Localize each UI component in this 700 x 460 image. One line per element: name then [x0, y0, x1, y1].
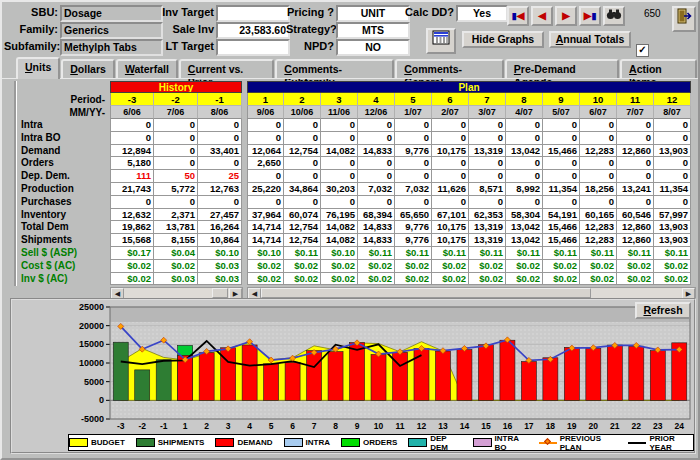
cell-sell-asp-p11[interactable]: $0.11 — [617, 247, 654, 260]
cell-intra-bo-p6[interactable]: 0 — [432, 132, 469, 145]
cell-inventory-p3[interactable]: 76,195 — [321, 209, 358, 222]
refresh-button[interactable]: Refresh — [635, 302, 691, 319]
cell-orders-p8[interactable]: 0 — [506, 157, 543, 170]
cell-demand-p5[interactable]: 9,776 — [395, 145, 432, 158]
cell-shipments-h2[interactable]: 8,155 — [154, 234, 198, 247]
cell-cost-ac-p4[interactable]: $0.02 — [358, 260, 395, 273]
cell-shipments-p9[interactable]: 15,466 — [543, 234, 580, 247]
cell-demand-p12[interactable]: 13,903 — [654, 145, 691, 158]
cell-production-h1[interactable]: 21,743 — [110, 183, 154, 196]
cell-total-dem-p8[interactable]: 13,042 — [506, 221, 543, 234]
cell-demand-p4[interactable]: 14,833 — [358, 145, 395, 158]
cell-demand-h3[interactable]: 33,401 — [198, 145, 242, 158]
tab-waterfall[interactable]: Waterfall — [116, 59, 178, 79]
cell-intra-p2[interactable]: 0 — [284, 119, 321, 132]
cell-purchases-p3[interactable]: 0 — [321, 196, 358, 209]
cell-inv-ac-p9[interactable]: $0.02 — [543, 273, 580, 286]
cell-sell-asp-p1[interactable]: $0.10 — [247, 247, 284, 260]
cell-orders-p11[interactable]: 0 — [617, 157, 654, 170]
cell-orders-p2[interactable]: 0 — [284, 157, 321, 170]
cell-shipments-p4[interactable]: 14,833 — [358, 234, 395, 247]
cell-dep-dem-p10[interactable]: 0 — [580, 170, 617, 183]
cell-shipments-p12[interactable]: 13,903 — [654, 234, 691, 247]
cell-total-dem-h3[interactable]: 16,264 — [198, 221, 242, 234]
autorecalc-checkbox[interactable]: ✓ — [636, 44, 649, 57]
cell-inventory-p10[interactable]: 60,165 — [580, 209, 617, 222]
cell-demand-p3[interactable]: 14,082 — [321, 145, 358, 158]
cell-purchases-p4[interactable]: 0 — [358, 196, 395, 209]
cell-cost-ac-h3[interactable]: $0.03 — [198, 260, 242, 273]
cell-intra-p9[interactable]: 0 — [543, 119, 580, 132]
cell-purchases-p2[interactable]: 0 — [284, 196, 321, 209]
cell-shipments-p8[interactable]: 13,042 — [506, 234, 543, 247]
cell-cost-ac-h1[interactable]: $0.02 — [110, 260, 154, 273]
cell-sell-asp-p6[interactable]: $0.11 — [432, 247, 469, 260]
cell-inventory-p2[interactable]: 60,074 — [284, 209, 321, 222]
cell-production-p2[interactable]: 34,864 — [284, 183, 321, 196]
cell-total-dem-p5[interactable]: 9,776 — [395, 221, 432, 234]
cell-cost-ac-p10[interactable]: $0.02 — [580, 260, 617, 273]
cell-cost-ac-p3[interactable]: $0.02 — [321, 260, 358, 273]
cell-demand-h1[interactable]: 12,894 — [110, 145, 154, 158]
cell-intra-bo-h3[interactable]: 0 — [198, 132, 242, 145]
tab-current-vs-prior[interactable]: Current vs. Prior — [179, 59, 274, 79]
cell-inv-ac-p7[interactable]: $0.02 — [469, 273, 506, 286]
cell-cost-ac-p1[interactable]: $0.02 — [247, 260, 284, 273]
scrollbar-track[interactable] — [261, 288, 682, 298]
cell-inventory-p7[interactable]: 62,353 — [469, 209, 506, 222]
cell-production-h3[interactable]: 12,763 — [198, 183, 242, 196]
cell-inv-ac-p5[interactable]: $0.02 — [395, 273, 432, 286]
cell-orders-h1[interactable]: 5,180 — [110, 157, 154, 170]
cell-intra-p10[interactable]: 0 — [580, 119, 617, 132]
cell-inventory-p11[interactable]: 60,546 — [617, 209, 654, 222]
cell-total-dem-h2[interactable]: 13,781 — [154, 221, 198, 234]
cell-cost-ac-p8[interactable]: $0.02 — [506, 260, 543, 273]
cell-purchases-p5[interactable]: 0 — [395, 196, 432, 209]
cell-production-p7[interactable]: 8,571 — [469, 183, 506, 196]
cell-sell-asp-p8[interactable]: $0.11 — [506, 247, 543, 260]
cell-purchases-h3[interactable]: 0 — [198, 196, 242, 209]
cell-inv-ac-p6[interactable]: $0.02 — [432, 273, 469, 286]
cell-total-dem-p6[interactable]: 10,175 — [432, 221, 469, 234]
cell-purchases-p10[interactable]: 0 — [580, 196, 617, 209]
subfamily-field[interactable]: Methylph Tabs — [60, 39, 163, 56]
npd-field[interactable]: NO — [336, 39, 410, 56]
cell-demand-p8[interactable]: 13,042 — [506, 145, 543, 158]
cell-orders-p3[interactable]: 0 — [321, 157, 358, 170]
cell-total-dem-p1[interactable]: 14,714 — [247, 221, 284, 234]
cell-intra-p3[interactable]: 0 — [321, 119, 358, 132]
cell-production-p11[interactable]: 13,241 — [617, 183, 654, 196]
cell-sell-asp-p7[interactable]: $0.11 — [469, 247, 506, 260]
cell-intra-p11[interactable]: 0 — [617, 119, 654, 132]
cell-inv-ac-h3[interactable]: $0.03 — [198, 273, 242, 286]
cell-production-p10[interactable]: 18,256 — [580, 183, 617, 196]
cell-orders-p6[interactable]: 0 — [432, 157, 469, 170]
cell-orders-h2[interactable]: 0 — [154, 157, 198, 170]
cell-inv-ac-p3[interactable]: $0.02 — [321, 273, 358, 286]
scrollbar-thumb[interactable] — [212, 288, 228, 298]
tab-action-items[interactable]: Action Items — [620, 59, 697, 79]
cell-cost-ac-p2[interactable]: $0.02 — [284, 260, 321, 273]
cell-purchases-p1[interactable]: 0 — [247, 196, 284, 209]
cell-intra-bo-p8[interactable]: 0 — [506, 132, 543, 145]
cell-sell-asp-h1[interactable]: $0.17 — [110, 247, 154, 260]
cell-shipments-p3[interactable]: 14,082 — [321, 234, 358, 247]
cell-intra-bo-h2[interactable]: 0 — [154, 132, 198, 145]
cell-cost-ac-p12[interactable]: $0.02 — [654, 260, 691, 273]
annual-totals-button[interactable]: Annual Totals — [549, 31, 631, 48]
cell-orders-p4[interactable]: 0 — [358, 157, 395, 170]
calc-dd-field[interactable]: Yes — [456, 5, 508, 22]
cell-production-p5[interactable]: 7,032 — [395, 183, 432, 196]
cell-purchases-p9[interactable]: 0 — [543, 196, 580, 209]
cell-inventory-p9[interactable]: 54,191 — [543, 209, 580, 222]
nav-first-button[interactable]: ▮◀ — [507, 6, 529, 26]
cell-intra-bo-p5[interactable]: 0 — [395, 132, 432, 145]
tab-comments-subfamily[interactable]: Comments-Subfamily — [275, 59, 394, 79]
cell-demand-p6[interactable]: 10,175 — [432, 145, 469, 158]
cell-production-p3[interactable]: 30,203 — [321, 183, 358, 196]
cell-total-dem-p2[interactable]: 12,754 — [284, 221, 321, 234]
cell-shipments-p6[interactable]: 10,175 — [432, 234, 469, 247]
cell-inv-ac-p2[interactable]: $0.02 — [284, 273, 321, 286]
cell-sell-asp-p2[interactable]: $0.11 — [284, 247, 321, 260]
cell-cost-ac-p5[interactable]: $0.02 — [395, 260, 432, 273]
